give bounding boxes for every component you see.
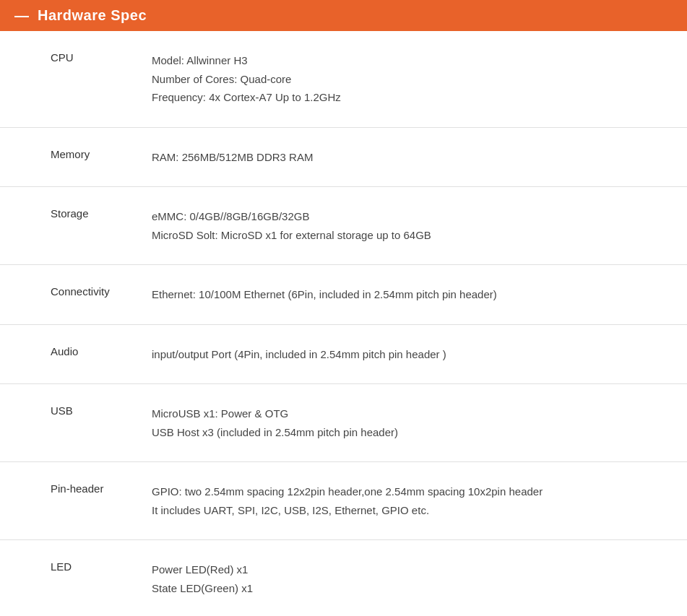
spec-value: RAM: 256MB/512MB DDR3 RAM [144,127,687,187]
spec-value: eMMC: 0/4GB//8GB/16GB/32GBMicroSD Solt: … [144,187,687,265]
spec-line: MicroSD Solt: MicroSD x1 for external st… [152,226,673,245]
section-header: — Hardware Spec [0,0,687,31]
spec-line: Number of Cores: Quad-core [152,70,673,89]
spec-value: Ethernet: 10/100M Ethernet (6Pin, includ… [144,265,687,325]
table-row: ConnectivityEthernet: 10/100M Ethernet (… [0,265,687,325]
table-row: StorageeMMC: 0/4GB//8GB/16GB/32GBMicroSD… [0,187,687,265]
spec-line: RAM: 256MB/512MB DDR3 RAM [152,148,673,167]
spec-label: Connectivity [0,265,144,325]
page-title: Hardware Spec [38,7,147,24]
spec-value: MicroUSB x1: Power & OTGUSB Host x3 (inc… [144,384,687,462]
spec-line: Frequency: 4x Cortex-A7 Up to 1.2GHz [152,88,673,107]
spec-line: input/output Port (4Pin, included in 2.5… [152,345,673,364]
spec-value: input/output Port (4Pin, included in 2.5… [144,324,687,384]
table-row: MemoryRAM: 256MB/512MB DDR3 RAM [0,127,687,187]
spec-line: MicroUSB x1: Power & OTG [152,404,673,423]
spec-label: CPU [0,31,144,127]
spec-label: Audio [0,324,144,384]
spec-line: It includes UART, SPI, I2C, USB, I2S, Et… [152,501,673,520]
spec-line: eMMC: 0/4GB//8GB/16GB/32GB [152,207,673,226]
spec-label: LED [0,540,144,617]
spec-label: USB [0,384,144,462]
spec-line: Power LED(Red) x1 [152,560,673,579]
table-row: LEDPower LED(Red) x1State LED(Green) x1 [0,540,687,617]
spec-line: Ethernet: 10/100M Ethernet (6Pin, includ… [152,285,673,304]
table-row: Pin-headerGPIO: two 2.54mm spacing 12x2p… [0,462,687,540]
spec-value: Power LED(Red) x1State LED(Green) x1 [144,540,687,617]
header-dash: — [14,7,29,24]
spec-value: Model: Allwinner H3Number of Cores: Quad… [144,31,687,127]
spec-label: Memory [0,127,144,187]
spec-label: Storage [0,187,144,265]
table-row: Audioinput/output Port (4Pin, included i… [0,324,687,384]
table-row: CPUModel: Allwinner H3Number of Cores: Q… [0,31,687,127]
table-row: USBMicroUSB x1: Power & OTGUSB Host x3 (… [0,384,687,462]
spec-line: USB Host x3 (included in 2.54mm pitch pi… [152,423,673,442]
spec-line: State LED(Green) x1 [152,579,673,598]
page-container: — Hardware Spec CPUModel: Allwinner H3Nu… [0,0,687,616]
spec-table: CPUModel: Allwinner H3Number of Cores: Q… [0,31,687,616]
spec-label: Pin-header [0,462,144,540]
spec-line: Model: Allwinner H3 [152,51,673,70]
spec-value: GPIO: two 2.54mm spacing 12x2pin header,… [144,462,687,540]
spec-line: GPIO: two 2.54mm spacing 12x2pin header,… [152,482,673,501]
